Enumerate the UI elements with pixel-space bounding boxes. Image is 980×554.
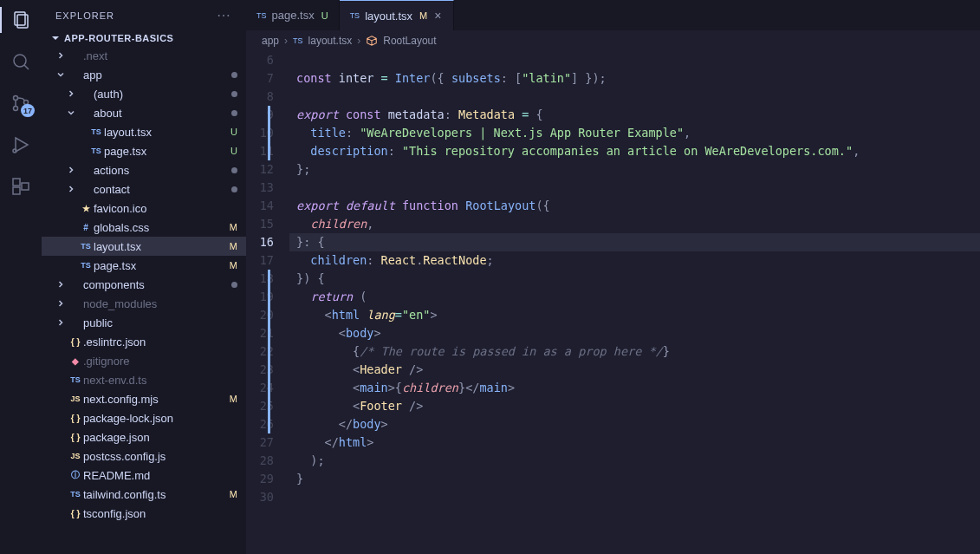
- line-number: 11: [246, 142, 274, 160]
- chevron-down-icon: [64, 108, 78, 118]
- ts-icon: TS: [78, 242, 94, 251]
- code-line[interactable]: </body>: [289, 415, 980, 433]
- tree-item-label: favicon.ico: [94, 202, 237, 215]
- tree-item[interactable]: ◆.gitignore: [42, 351, 246, 370]
- code-line[interactable]: );: [289, 452, 980, 470]
- code-line[interactable]: [289, 488, 980, 506]
- code-line[interactable]: const inter = Inter({ subsets: ["latin"]…: [289, 69, 980, 88]
- editor-tab[interactable]: TSlayout.tsxM×: [340, 0, 455, 30]
- code-line[interactable]: return (: [289, 288, 980, 306]
- breadcrumb-segment[interactable]: layout.tsx: [308, 35, 353, 47]
- line-number: 13: [246, 179, 274, 197]
- code-line[interactable]: }) {: [289, 270, 980, 288]
- line-number: 12: [246, 160, 274, 179]
- tree-item[interactable]: { }.eslintrc.json: [42, 332, 246, 351]
- tree-item[interactable]: TSnext-env.d.ts: [42, 370, 246, 389]
- svg-marker-7: [16, 138, 28, 152]
- tree-item[interactable]: { }tsconfig.json: [42, 504, 246, 523]
- sidebar-more-icon[interactable]: ⋯: [217, 7, 232, 23]
- tree-item-label: public: [83, 316, 237, 329]
- tree-item[interactable]: JSpostcss.config.js: [42, 446, 246, 466]
- activity-bar: 17: [0, 0, 42, 554]
- editor-tab[interactable]: TSpage.tsxU: [246, 0, 340, 30]
- tree-item[interactable]: JSnext.config.mjsM: [42, 389, 246, 408]
- tree-item[interactable]: .next: [42, 46, 246, 65]
- tree-item[interactable]: app: [42, 65, 246, 84]
- code-line[interactable]: {/* The route is passed in as a prop her…: [289, 342, 980, 361]
- git-dirty-dot: [231, 186, 237, 192]
- tree-item[interactable]: node_modules: [42, 294, 246, 313]
- tree-item[interactable]: TStailwind.config.tsM: [42, 485, 246, 504]
- code-line[interactable]: export default function RootLayout({: [289, 197, 980, 215]
- line-number: 25: [246, 397, 274, 415]
- code-line[interactable]: export const metadata: Metadata = {: [289, 106, 980, 124]
- tree-item-label: app: [83, 68, 228, 81]
- code-line[interactable]: <html lang="en">: [289, 306, 980, 324]
- tree-item[interactable]: #globals.cssM: [42, 218, 246, 237]
- tree-item[interactable]: components: [42, 275, 246, 294]
- run-debug-icon[interactable]: [10, 134, 32, 156]
- code-line[interactable]: <main>{children}</main>: [289, 379, 980, 397]
- tree-item[interactable]: TSlayout.tsxU: [42, 122, 246, 141]
- code-line[interactable]: [289, 51, 980, 69]
- code-line[interactable]: title: "WeAreDevelopers | Next.js App Ro…: [289, 124, 980, 142]
- code-line[interactable]: <Header />: [289, 361, 980, 379]
- tree-item[interactable]: actions: [42, 160, 246, 179]
- code-content[interactable]: const inter = Inter({ subsets: ["latin"]…: [289, 51, 980, 554]
- git-status-badge: M: [230, 222, 237, 232]
- tree-item-label: .eslintrc.json: [83, 336, 237, 349]
- code-editor[interactable]: 6789101112131415161718192021222324252627…: [246, 51, 980, 554]
- code-line[interactable]: children,: [289, 215, 980, 233]
- tree-item[interactable]: { }package-lock.json: [42, 408, 246, 427]
- tree-item-label: package.json: [83, 431, 237, 444]
- explorer-sidebar: EXPLORER ⋯ APP-ROUTER-BASICS .nextapp(au…: [42, 0, 246, 554]
- tree-item[interactable]: contact: [42, 179, 246, 199]
- tree-item[interactable]: (auth): [42, 84, 246, 103]
- project-root[interactable]: APP-ROUTER-BASICS: [42, 30, 246, 46]
- tree-item[interactable]: TSpage.tsxM: [42, 256, 246, 275]
- line-number: 28: [246, 452, 274, 470]
- tree-item[interactable]: { }package.json: [42, 427, 246, 446]
- extensions-icon[interactable]: [10, 175, 32, 198]
- editor-group: TSpage.tsxUTSlayout.tsxM× app › TS layou…: [246, 0, 980, 554]
- close-icon[interactable]: ×: [432, 9, 443, 23]
- breadcrumb-segment[interactable]: app: [262, 35, 279, 47]
- breadcrumb-segment[interactable]: RootLayout: [383, 35, 436, 47]
- tree-item[interactable]: ⓘREADME.md: [42, 466, 246, 485]
- code-line[interactable]: <body>: [289, 324, 980, 342]
- git-gutter-mark: [268, 106, 270, 124]
- code-line[interactable]: children: React.ReactNode;: [289, 251, 980, 270]
- line-number: 24: [246, 379, 274, 397]
- code-line[interactable]: }: [289, 470, 980, 488]
- git-status-badge: M: [230, 489, 237, 499]
- code-line[interactable]: <Footer />: [289, 397, 980, 415]
- line-number: 18: [246, 270, 274, 288]
- ts-icon: TS: [88, 147, 104, 155]
- tree-item[interactable]: ★favicon.ico: [42, 199, 246, 218]
- code-line[interactable]: };: [289, 160, 980, 179]
- tree-item[interactable]: about: [42, 103, 246, 122]
- explorer-icon[interactable]: [10, 9, 32, 31]
- git-gutter-mark: [268, 306, 270, 324]
- ts-icon: TS: [350, 11, 360, 20]
- tree-item[interactable]: TSpage.tsxU: [42, 141, 246, 160]
- code-line[interactable]: </html>: [289, 433, 980, 452]
- line-number: 30: [246, 488, 274, 506]
- tree-item[interactable]: public: [42, 313, 246, 332]
- tree-item-label: node_modules: [83, 297, 237, 310]
- tree-item[interactable]: TSlayout.tsxM: [42, 237, 246, 256]
- code-line[interactable]: [289, 179, 980, 197]
- scm-badge: 17: [21, 104, 35, 117]
- code-line[interactable]: }: {: [289, 233, 980, 251]
- line-number-gutter: 6789101112131415161718192021222324252627…: [246, 51, 289, 554]
- search-icon[interactable]: [10, 50, 32, 73]
- breadcrumbs[interactable]: app › TS layout.tsx › RootLayout: [246, 30, 980, 51]
- json-icon: { }: [68, 414, 83, 423]
- code-line[interactable]: [289, 88, 980, 106]
- line-number: 22: [246, 342, 274, 361]
- source-control-icon[interactable]: 17: [10, 92, 32, 114]
- git-dirty-dot: [231, 282, 237, 288]
- code-line[interactable]: description: "This repository accompanie…: [289, 142, 980, 160]
- ts-icon: TS: [293, 36, 303, 45]
- svg-rect-11: [22, 183, 29, 190]
